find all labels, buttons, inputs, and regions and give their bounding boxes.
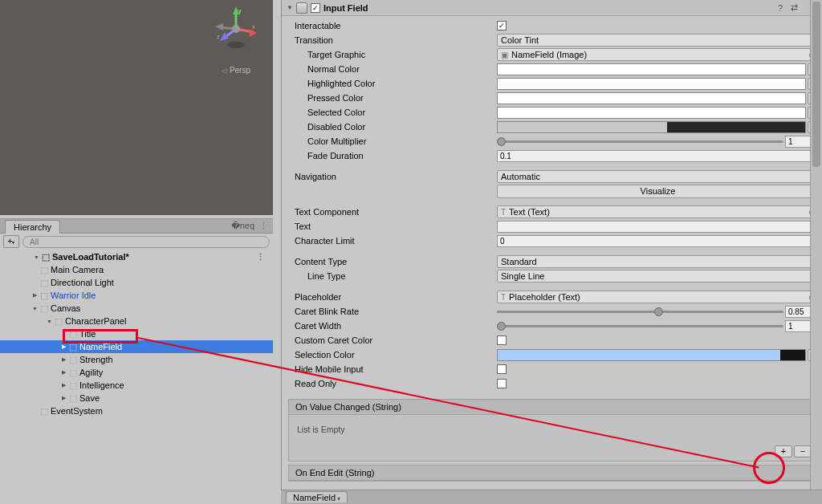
event-header: On Value Changed (String) bbox=[289, 400, 815, 415]
target-graphic-field[interactable]: ▣NameField (Image)⊙ bbox=[497, 48, 819, 61]
script-icon bbox=[296, 2, 307, 14]
hierarchy-item-namefield[interactable]: ▶⬚NameField bbox=[0, 340, 273, 353]
hierarchy-item-canvas[interactable]: ▼⬚Canvas bbox=[0, 302, 273, 315]
scene-icon: ⬚ bbox=[41, 252, 51, 262]
label-color-multiplier: Color Multiplier bbox=[288, 136, 497, 146]
hierarchy-item-main-camera[interactable]: ⬚Main Camera bbox=[0, 263, 273, 276]
selection-color-swatch[interactable] bbox=[497, 349, 806, 361]
inspector-scrollbar[interactable] bbox=[810, 0, 822, 496]
hierarchy-panel: Hierarchy �neq ⋮ +▾ ▼⬚ SaveLoadTutorial*… bbox=[0, 218, 273, 504]
scene-row[interactable]: ▼⬚ SaveLoadTutorial* ⋮ bbox=[0, 250, 273, 263]
event-body: List is Empty bbox=[289, 415, 815, 444]
cube-icon: ⬚ bbox=[68, 329, 78, 339]
svg-point-11 bbox=[232, 25, 240, 33]
bottom-tabbar: NameField bbox=[281, 490, 822, 504]
persp-label[interactable]: Persp bbox=[222, 66, 250, 75]
hide-mobile-checkbox[interactable] bbox=[497, 364, 507, 374]
label-navigation: Navigation bbox=[288, 172, 497, 181]
hierarchy-item-eventsystem[interactable]: ⬚EventSystem bbox=[0, 404, 273, 417]
bottom-tab-namefield[interactable]: NameField bbox=[286, 491, 348, 502]
event-header: On End Edit (String) bbox=[289, 465, 815, 481]
event-remove-button[interactable]: − bbox=[794, 445, 812, 457]
fold-icon[interactable]: ▼ bbox=[287, 4, 293, 11]
svg-text:x: x bbox=[252, 24, 255, 30]
label-normal-color: Normal Color bbox=[288, 64, 497, 74]
component-title: Input Field bbox=[324, 3, 772, 13]
hierarchy-search-input[interactable] bbox=[22, 236, 270, 248]
hierarchy-item-save[interactable]: ▶⬚Save bbox=[0, 392, 273, 404]
cube-icon: ⬚ bbox=[39, 278, 49, 288]
selected-color-swatch[interactable] bbox=[497, 107, 806, 119]
label-char-limit: Character Limit bbox=[288, 236, 497, 246]
label-text-component: Text Component bbox=[288, 207, 497, 217]
svg-marker-7 bbox=[220, 32, 229, 41]
text-field[interactable] bbox=[497, 221, 819, 233]
label-selection-color: Selection Color bbox=[288, 350, 497, 360]
placeholder-field[interactable]: TPlaceholder (Text)⊙ bbox=[497, 291, 819, 303]
color-multiplier-slider[interactable] bbox=[497, 135, 783, 148]
scene-menu-icon[interactable]: ⋮ bbox=[256, 252, 265, 262]
help-icon[interactable]: ? bbox=[775, 3, 785, 13]
label-transition: Transition bbox=[288, 35, 497, 45]
cube-icon: ⬚ bbox=[39, 265, 49, 275]
preset-icon[interactable]: ⇄ bbox=[788, 2, 800, 13]
label-hide-mobile: Hide Mobile Input bbox=[288, 364, 497, 374]
read-only-checkbox[interactable] bbox=[497, 379, 507, 388]
highlighted-color-swatch[interactable] bbox=[497, 78, 806, 90]
panel-lock-icon[interactable]: �neq bbox=[231, 221, 254, 231]
caret-width-slider[interactable] bbox=[497, 319, 783, 332]
svg-marker-4 bbox=[249, 29, 257, 37]
text-icon: T bbox=[501, 208, 506, 217]
char-limit-field[interactable] bbox=[497, 235, 819, 247]
svg-text:z: z bbox=[217, 34, 220, 39]
label-caret-width: Caret Width bbox=[288, 321, 497, 331]
label-interactable: Interactable bbox=[288, 21, 497, 30]
cube-icon: ⬚ bbox=[68, 380, 78, 391]
scene-view[interactable]: y x z Persp bbox=[0, 0, 273, 215]
cube-icon: ⬚ bbox=[39, 291, 49, 301]
content-type-dropdown[interactable]: Standard▼ bbox=[497, 255, 819, 268]
fade-duration-field[interactable] bbox=[497, 150, 819, 162]
label-placeholder: Placeholder bbox=[288, 292, 497, 302]
cube-icon: ⬚ bbox=[68, 355, 78, 365]
label-caret-blink: Caret Blink Rate bbox=[288, 307, 497, 316]
hierarchy-item-warrior-idle[interactable]: ▶⬚Warrior Idle bbox=[0, 289, 273, 302]
normal-color-swatch[interactable] bbox=[497, 63, 806, 75]
cube-icon: ⬚ bbox=[68, 342, 78, 352]
hierarchy-item-agility[interactable]: ▶⬚Agility bbox=[0, 366, 273, 379]
cube-icon: ⬚ bbox=[68, 368, 78, 378]
svg-marker-10 bbox=[215, 23, 223, 30]
hierarchy-item-intelligence[interactable]: ▶⬚Intelligence bbox=[0, 379, 273, 392]
component-enabled-checkbox[interactable]: ✓ bbox=[311, 3, 320, 13]
transition-dropdown[interactable]: Color Tint▼ bbox=[497, 34, 819, 47]
cube-icon: ⬚ bbox=[54, 316, 63, 327]
disabled-color-swatch[interactable] bbox=[497, 121, 806, 133]
create-button[interactable]: +▾ bbox=[3, 235, 19, 248]
navigation-dropdown[interactable]: Automatic▼ bbox=[497, 170, 819, 183]
label-text: Text bbox=[288, 222, 497, 231]
hierarchy-tab[interactable]: Hierarchy bbox=[5, 220, 60, 234]
label-target-graphic: Target Graphic bbox=[288, 50, 497, 59]
orientation-gizmo[interactable]: y x z bbox=[212, 5, 260, 53]
line-type-dropdown[interactable]: Single Line▼ bbox=[497, 270, 819, 282]
pressed-color-swatch[interactable] bbox=[497, 92, 806, 104]
label-custom-caret: Custom Caret Color bbox=[288, 335, 497, 345]
hierarchy-item-character-panel[interactable]: ▼⬚CharacterPanel bbox=[0, 315, 273, 327]
visualize-button[interactable]: Visualize bbox=[497, 185, 819, 198]
hierarchy-item-strength[interactable]: ▶⬚Strength bbox=[0, 353, 273, 366]
cube-icon: ⬚ bbox=[39, 303, 49, 314]
label-line-type: Line Type bbox=[288, 271, 497, 281]
text-component-field[interactable]: TText (Text)⊙ bbox=[497, 205, 819, 218]
panel-menu-icon[interactable]: ⋮ bbox=[259, 221, 268, 231]
hierarchy-item-title[interactable]: ⬚Title bbox=[0, 327, 273, 340]
cube-icon: ⬚ bbox=[68, 393, 78, 404]
caret-blink-slider[interactable] bbox=[497, 305, 783, 318]
inspector-panel: ▼ ✓ Input Field ? ⇄ ⋮ Interactable ✓ Tra… bbox=[281, 0, 822, 496]
hierarchy-item-directional-light[interactable]: ⬚Directional Light bbox=[0, 276, 273, 289]
text-icon: T bbox=[501, 293, 506, 302]
event-add-button[interactable]: + bbox=[775, 445, 792, 457]
interactable-checkbox[interactable]: ✓ bbox=[497, 21, 507, 30]
label-pressed-color: Pressed Color bbox=[288, 93, 497, 103]
component-header[interactable]: ▼ ✓ Input Field ? ⇄ ⋮ bbox=[282, 0, 822, 16]
custom-caret-checkbox[interactable] bbox=[497, 335, 507, 345]
